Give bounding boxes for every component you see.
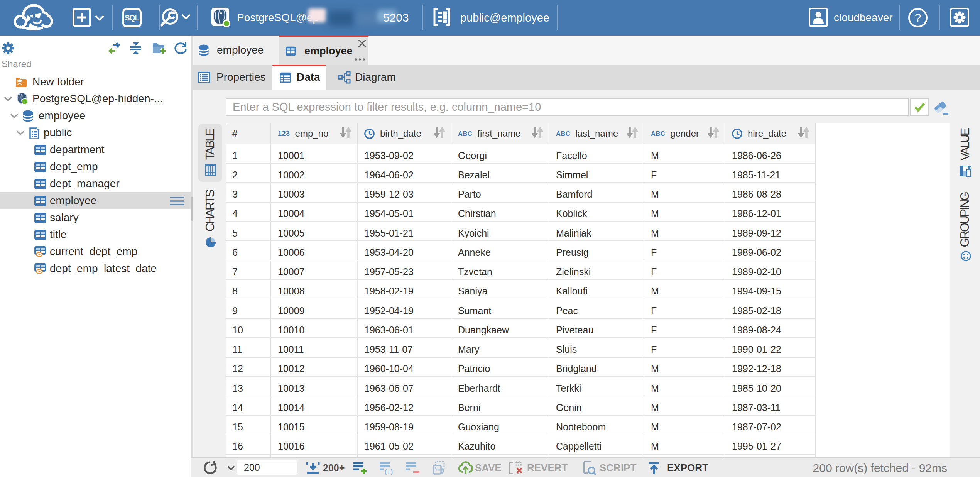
svg-text:?: ?	[915, 11, 921, 24]
svg-text:SQL: SQL	[125, 14, 139, 22]
svg-text:(+): (+)	[385, 468, 393, 475]
